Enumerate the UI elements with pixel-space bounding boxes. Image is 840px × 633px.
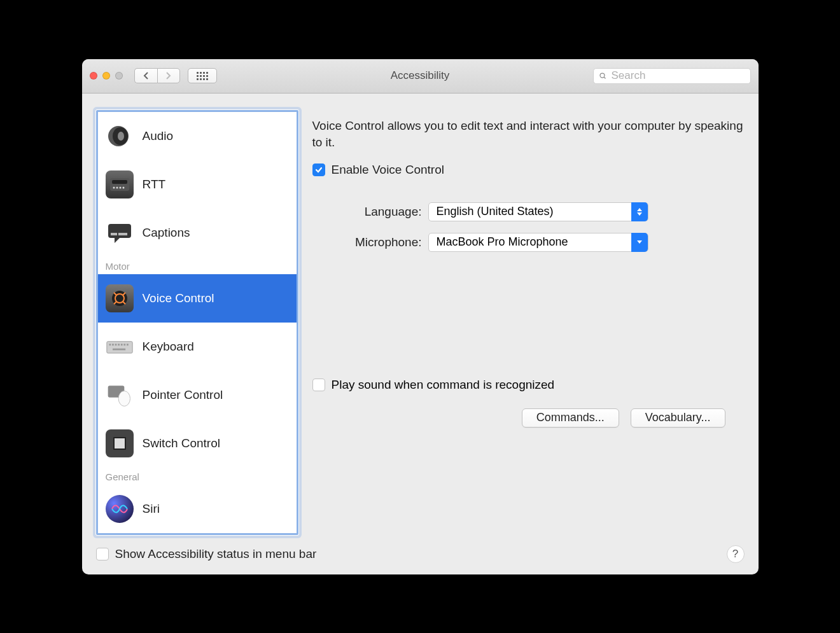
svg-point-5 [113,186,115,188]
help-button[interactable]: ? [727,545,745,563]
sidebar-item-label: Siri [143,502,160,516]
sidebar-item-keyboard[interactable]: Keyboard [98,323,297,371]
microphone-row: Microphone: MacBook Pro Microphone [312,233,745,252]
pointer-control-icon [106,381,134,409]
svg-point-2 [118,132,124,141]
sidebar-item-rtt[interactable]: RTT [98,160,297,209]
forward-button [157,68,180,83]
sidebar-item-label: Audio [143,129,174,143]
svg-point-7 [119,186,121,188]
close-button[interactable] [90,72,97,80]
sidebar-item-label: Captions [143,226,190,240]
microphone-popup-value: MacBook Pro Microphone [429,235,568,249]
siri-icon [106,495,134,523]
sidebar-item-siri[interactable]: Siri [98,485,297,533]
search-wrap [593,68,751,84]
checkbox-icon [96,548,109,560]
keyboard-icon [106,333,134,361]
sidebar-item-captions[interactable]: Captions [98,209,297,257]
svg-rect-17 [115,344,116,345]
checkbox-icon [312,163,325,176]
switch-control-icon [106,429,134,457]
show-all-button[interactable] [188,68,217,83]
main-panel: Voice Control allows you to edit text an… [312,110,745,535]
sidebar-item-label: Keyboard [143,340,194,354]
chevron-left-icon [143,72,149,80]
microphone-popup[interactable]: MacBook Pro Microphone [428,233,648,252]
language-popup[interactable]: English (United States) [428,202,648,221]
traffic-lights [90,72,123,80]
svg-rect-15 [109,344,111,345]
minimize-button[interactable] [102,72,110,80]
commands-button[interactable]: Commands... [522,408,619,428]
dropdown-arrow-icon [631,233,648,252]
svg-rect-10 [111,233,117,235]
checkbox-icon [312,379,325,391]
window-title: Accessibility [391,69,450,82]
svg-rect-9 [108,224,131,238]
preferences-window: Accessibility Audio [82,59,759,574]
play-sound-label: Play sound when command is recognized [332,378,555,392]
svg-rect-4 [112,180,127,184]
svg-point-8 [122,186,124,188]
play-sound-checkbox[interactable]: Play sound when command is recognized [312,378,745,392]
svg-rect-22 [113,348,125,350]
sidebar-list: Audio RTT [98,112,297,533]
language-popup-value: English (United States) [429,205,554,218]
button-row: Commands... Vocabulary... [312,408,725,428]
chevron-right-icon [165,72,171,80]
svg-rect-21 [127,344,129,345]
voice-control-description: Voice Control allows you to edit text an… [312,118,745,151]
language-label: Language: [312,205,428,219]
sidebar-item-label: RTT [143,177,166,191]
svg-rect-11 [118,233,127,235]
svg-rect-20 [123,344,125,345]
zoom-button [115,72,123,80]
svg-rect-18 [118,344,120,345]
captions-icon [106,219,134,247]
category-sidebar[interactable]: Audio RTT [96,110,298,535]
group-label-motor: Motor [98,257,297,274]
back-button[interactable] [134,68,157,83]
rtt-icon [106,170,134,198]
sidebar-item-voice-control[interactable]: Voice Control [98,274,297,323]
voice-control-icon [106,284,134,312]
menubar-status-checkbox[interactable]: Show Accessibility status in menu bar [96,547,317,561]
enable-voice-control-checkbox[interactable]: Enable Voice Control [312,163,745,177]
stepper-arrows-icon [631,202,648,221]
sidebar-item-pointer-control[interactable]: Pointer Control [98,371,297,419]
menubar-status-label: Show Accessibility status in menu bar [115,547,317,561]
sidebar-item-audio[interactable]: Audio [98,112,297,160]
titlebar: Accessibility [82,59,759,94]
sidebar-item-switch-control[interactable]: Switch Control [98,419,297,468]
group-label-general: General [98,468,297,485]
enable-voice-control-label: Enable Voice Control [332,163,444,177]
svg-rect-16 [112,344,114,345]
svg-point-6 [116,186,118,188]
grid-icon [197,72,208,80]
sidebar-item-label: Voice Control [143,291,214,305]
svg-rect-25 [114,438,125,449]
question-mark-icon: ? [732,548,738,560]
svg-point-24 [118,391,130,406]
search-input[interactable] [593,68,751,84]
nav-segmented [134,68,180,83]
svg-rect-14 [106,341,132,352]
footer: Show Accessibility status in menu bar ? [82,539,759,574]
sidebar-item-label: Pointer Control [143,388,223,402]
microphone-label: Microphone: [312,235,428,249]
sidebar-item-label: Switch Control [143,436,221,450]
vocabulary-button[interactable]: Vocabulary... [631,408,725,428]
svg-rect-19 [120,344,122,345]
audio-icon [106,122,134,150]
body-area: Audio RTT [82,94,759,539]
language-row: Language: English (United States) [312,202,745,221]
